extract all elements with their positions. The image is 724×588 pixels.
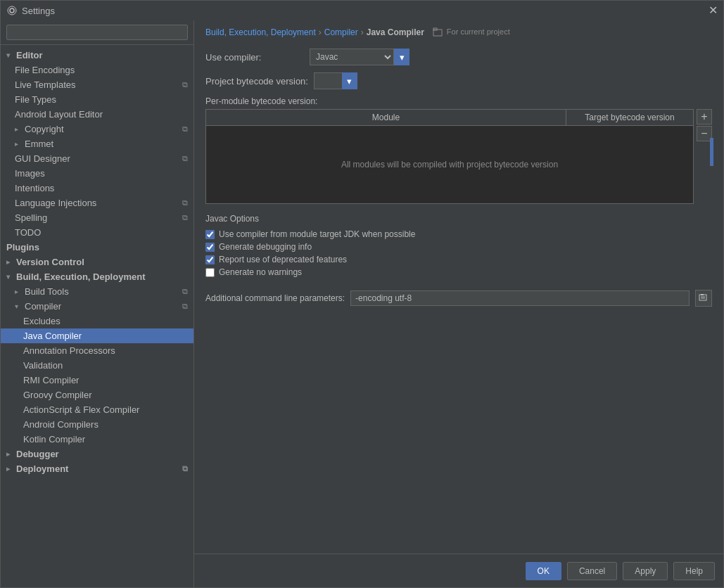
project-bytecode-select-wrapper: ▾ <box>314 72 357 89</box>
sidebar-item-excludes[interactable]: Excludes <box>1 314 193 328</box>
javac-options-title: Javac Options <box>205 214 712 224</box>
checkbox-use-module-target: Use compiler from module target JDK when… <box>205 228 712 241</box>
svg-rect-5 <box>701 294 704 295</box>
sidebar-item-annotation-processors[interactable]: Annotation Processors <box>1 343 193 358</box>
svg-point-1 <box>8 6 16 15</box>
checkbox-report-deprecated-label: Report use of deprecated features <box>219 255 347 264</box>
sidebar-item-todo[interactable]: TODO <box>1 225 193 240</box>
sidebar-item-debugger[interactable]: Debugger <box>1 447 193 461</box>
checkbox-report-deprecated-input[interactable] <box>205 255 215 264</box>
sidebar-item-validation[interactable]: Validation <box>1 358 193 373</box>
add-module-btn[interactable]: + <box>697 109 712 124</box>
breadcrumb-part-1[interactable]: Build, Execution, Deployment <box>205 27 316 37</box>
sidebar-item-intentions[interactable]: Intentions <box>1 181 193 196</box>
cancel-button[interactable]: Cancel <box>567 562 617 580</box>
sidebar-item-plugins[interactable]: Plugins <box>1 240 193 255</box>
use-compiler-dropdown-btn[interactable]: ▾ <box>394 49 409 65</box>
sidebar-item-editor[interactable]: Editor <box>1 48 193 63</box>
settings-icon <box>6 5 18 16</box>
sidebar-item-deployment[interactable]: Deployment ⧉ <box>1 461 193 476</box>
breadcrumb: Build, Execution, Deployment › Compiler … <box>194 20 723 43</box>
copyright-arrow <box>15 125 22 133</box>
sidebar-item-gui-designer[interactable]: GUI Designer ⧉ <box>1 151 193 166</box>
checkbox-generate-debug: Generate debugging info <box>205 241 712 253</box>
editor-arrow <box>6 51 13 59</box>
module-table-header: Module Target bytecode version <box>206 110 693 126</box>
sidebar-item-images[interactable]: Images <box>1 166 193 181</box>
target-bytecode-col-header: Target bytecode version <box>566 110 693 125</box>
checkbox-generate-no-warnings-input[interactable] <box>205 268 215 277</box>
sidebar: Editor File Encodings Live Templates ⧉ F… <box>1 20 194 587</box>
sidebar-item-file-encodings[interactable]: File Encodings <box>1 63 193 77</box>
use-compiler-select[interactable]: Javac <box>310 49 394 65</box>
sidebar-item-file-types[interactable]: File Types <box>1 92 193 107</box>
project-icon <box>433 27 443 37</box>
module-table-wrapper: Module Target bytecode version All modul… <box>205 109 694 204</box>
module-table-body: All modules will be compiled with projec… <box>206 126 693 203</box>
vc-arrow <box>6 258 13 266</box>
search-input[interactable] <box>6 25 188 40</box>
sidebar-item-build-tools[interactable]: Build Tools ⧉ <box>1 284 193 299</box>
build-tools-arrow <box>15 288 22 295</box>
sidebar-item-compiler[interactable]: Compiler ⧉ <box>1 299 193 314</box>
main-content: Editor File Encodings Live Templates ⧉ F… <box>1 20 723 587</box>
sidebar-item-kotlin-compiler[interactable]: Kotlin Compiler <box>1 432 193 447</box>
checkbox-generate-debug-input[interactable] <box>205 243 215 252</box>
copyright-icon: ⧉ <box>182 124 188 134</box>
apply-button[interactable]: Apply <box>623 562 668 580</box>
debugger-arrow <box>6 450 13 458</box>
sidebar-item-live-templates[interactable]: Live Templates ⧉ <box>1 77 193 92</box>
sidebar-item-language-injections[interactable]: Language Injections ⧉ <box>1 196 193 210</box>
sidebar-item-groovy-compiler[interactable]: Groovy Compiler <box>1 388 193 402</box>
project-bytecode-input[interactable] <box>314 72 342 89</box>
main-panel: Build, Execution, Deployment › Compiler … <box>194 20 723 587</box>
sidebar-item-actionscript-flex[interactable]: ActionScript & Flex Compiler <box>1 402 193 417</box>
window-title: Settings <box>22 6 55 16</box>
title-bar-left: Settings <box>6 5 55 16</box>
panel-content: Use compiler: Javac ▾ Project bytecode v… <box>194 43 723 554</box>
sidebar-item-spelling[interactable]: Spelling ⧉ <box>1 210 193 225</box>
module-table-container: Module Target bytecode version All modul… <box>205 109 712 204</box>
gui-designer-icon: ⧉ <box>182 154 188 163</box>
settings-window: Settings ✕ Editor File Encodings Live Te… <box>0 0 724 588</box>
help-button[interactable]: Help <box>673 562 715 580</box>
checkbox-use-module-target-input[interactable] <box>205 230 215 239</box>
checkbox-use-module-target-label: Use compiler from module target JDK when… <box>219 229 415 239</box>
cmd-browse-btn[interactable] <box>695 290 712 307</box>
project-bytecode-dropdown-btn[interactable]: ▾ <box>342 72 357 89</box>
deployment-icon: ⧉ <box>182 464 188 473</box>
sidebar-item-rmi-compiler[interactable]: RMI Compiler <box>1 373 193 388</box>
ok-button[interactable]: OK <box>526 562 561 580</box>
sidebar-item-version-control[interactable]: Version Control <box>1 255 193 269</box>
search-box <box>1 20 193 45</box>
deployment-arrow <box>6 465 13 473</box>
svg-rect-4 <box>699 295 706 300</box>
build-tools-icon: ⧉ <box>182 287 188 296</box>
scroll-indicator <box>710 138 713 166</box>
checkbox-report-deprecated: Report use of deprecated features <box>205 253 712 266</box>
sidebar-item-android-compilers[interactable]: Android Compilers <box>1 417 193 432</box>
breadcrumb-note: For current project <box>433 27 510 37</box>
per-module-label: Per-module bytecode version: <box>205 96 712 106</box>
sidebar-item-java-compiler[interactable]: Java Compiler <box>1 328 193 343</box>
browse-icon <box>699 293 709 303</box>
sidebar-item-copyright[interactable]: Copyright ⧉ <box>1 122 193 136</box>
per-module-section: Per-module bytecode version: Module Targ… <box>205 96 712 204</box>
sidebar-item-build-execution-deployment[interactable]: Build, Execution, Deployment <box>1 269 193 284</box>
breadcrumb-part-2[interactable]: Compiler <box>324 27 358 37</box>
sidebar-item-emmet[interactable]: Emmet <box>1 136 193 151</box>
tree-area: Editor File Encodings Live Templates ⧉ F… <box>1 45 193 587</box>
sidebar-item-android-layout-editor[interactable]: Android Layout Editor <box>1 107 193 122</box>
spelling-icon: ⧉ <box>182 213 188 222</box>
svg-point-0 <box>10 8 14 13</box>
empty-table-message: All modules will be compiled with projec… <box>341 160 558 170</box>
checkbox-generate-no-warnings-label: Generate no warnings <box>219 267 302 277</box>
project-bytecode-row: Project bytecode version: ▾ <box>205 72 712 89</box>
close-button[interactable]: ✕ <box>709 5 718 16</box>
breadcrumb-part-3: Java Compiler <box>367 27 424 37</box>
use-compiler-row: Use compiler: Javac ▾ <box>205 49 712 65</box>
additional-cmd-input[interactable] <box>350 290 690 306</box>
project-bytecode-label: Project bytecode version: <box>205 76 308 87</box>
module-table: Module Target bytecode version All modul… <box>205 109 694 204</box>
javac-options-section: Javac Options Use compiler from module t… <box>205 214 712 279</box>
